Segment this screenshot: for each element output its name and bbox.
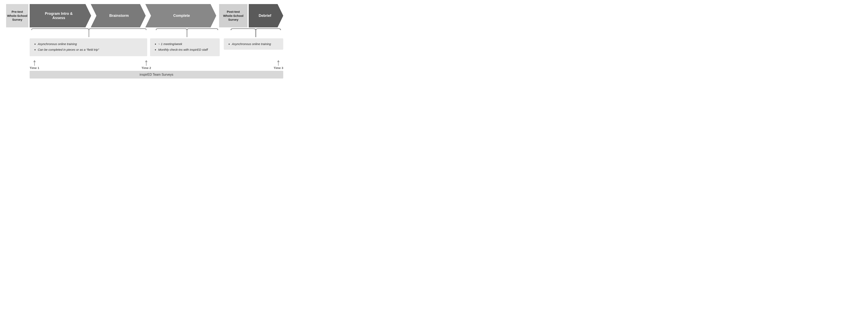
timeline-row: Time 1 Time 2 Time 3 <box>6 59 283 70</box>
chevron-brainstorm-label: Brainstorm <box>109 13 129 18</box>
chevron-complete-label: Complete <box>173 13 190 18</box>
arrow-up-icon <box>144 60 149 66</box>
arrow-up-icon <box>276 60 281 66</box>
list-item: Asynchronous online training <box>232 42 279 46</box>
time1-label: Time 1 <box>30 66 39 70</box>
content-box-1-list: Asynchronous online training Can be comp… <box>34 42 143 52</box>
chevron-debrief-label: Debrief <box>259 13 271 18</box>
chevron-program: Program Intro &Assess <box>30 4 91 27</box>
inspired-team-surveys-label: inspirED Team Surveys <box>140 73 174 76</box>
inspired-team-surveys-bar: inspirED Team Surveys <box>30 71 283 78</box>
svg-marker-6 <box>145 60 148 62</box>
time2-label: Time 2 <box>142 66 151 70</box>
content-box-3-list: Asynchronous online training <box>228 42 279 46</box>
bottom-bar-row: inspirED Team Surveys <box>6 71 283 78</box>
chevron-program-label: Program Intro &Assess <box>45 11 73 20</box>
content-box-2-list: ~ 1 meeting/week Monthly check-ins with … <box>155 42 215 52</box>
chevron-complete: Complete <box>145 4 216 27</box>
content-box-2: ~ 1 meeting/week Monthly check-ins with … <box>150 38 220 56</box>
chevron-debrief: Debrief <box>249 4 283 27</box>
brace-group-1 <box>30 28 148 38</box>
list-item: Asynchronous online training <box>38 42 143 46</box>
list-item: Can be completed in pieces or as a “fiel… <box>38 47 143 52</box>
content-box-1: Asynchronous online training Can be comp… <box>30 38 147 56</box>
content-row: Asynchronous online training Can be comp… <box>6 38 283 56</box>
svg-marker-4 <box>33 60 36 62</box>
chevron-brainstorm: Brainstorm <box>91 4 146 27</box>
list-item: Monthly check-ins with inspirED staff <box>158 47 215 52</box>
time3-group: Time 3 <box>274 60 283 70</box>
arrow-up-icon <box>32 60 37 66</box>
pre-test-box: Pre-testWhole-SchoolSurvey <box>6 4 28 27</box>
time3-label: Time 3 <box>274 66 283 70</box>
brace-row <box>6 28 283 38</box>
brace-group-3 <box>228 28 283 38</box>
list-item: ~ 1 meeting/week <box>158 42 215 46</box>
time1-group: Time 1 <box>30 60 39 70</box>
chevron-group: Program Intro &Assess Brainstorm Complet… <box>30 4 216 27</box>
time2-group: Time 2 <box>142 60 151 70</box>
content-box-3: Asynchronous online training <box>224 38 283 50</box>
timeline-container: Time 1 Time 2 Time 3 <box>30 59 283 70</box>
post-test-box: Post-testWhole-SchoolSurvey <box>219 4 248 27</box>
brace-group-2 <box>154 28 220 38</box>
top-row: Pre-testWhole-SchoolSurvey Program Intro… <box>6 4 283 27</box>
svg-marker-8 <box>277 60 280 62</box>
